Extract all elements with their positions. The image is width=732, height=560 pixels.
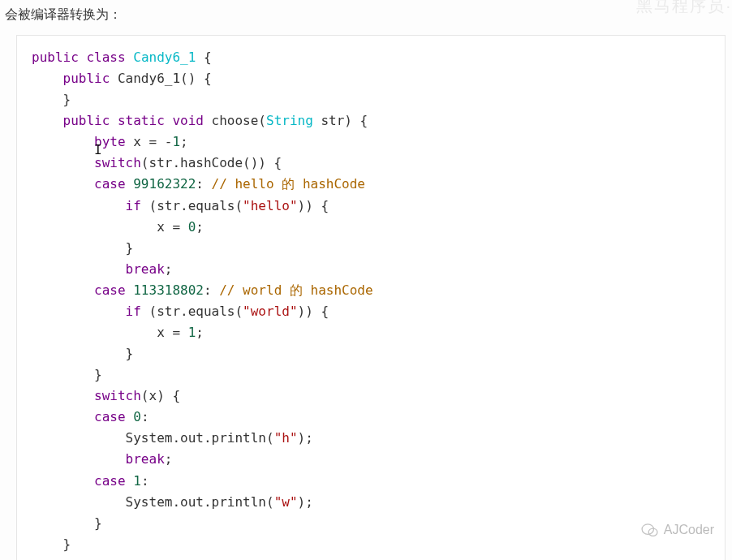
kw-case: case: [94, 409, 126, 424]
t: ;: [165, 261, 173, 277]
method-name: choose(: [204, 113, 266, 128]
num: 0: [133, 409, 141, 424]
num: 1: [188, 325, 196, 340]
class-name: Candy6_1: [133, 50, 196, 65]
kw-case: case: [94, 473, 126, 489]
t: [32, 282, 94, 298]
t: [32, 451, 126, 467]
t: [32, 409, 94, 424]
t: }: [32, 92, 71, 107]
num: 1: [133, 473, 141, 489]
kw-static: static: [118, 113, 165, 128]
t: :: [196, 176, 211, 192]
kw-case: case: [94, 176, 126, 192]
t: )) {: [298, 198, 329, 213]
num: 1: [172, 134, 180, 149]
t: System.out.println(: [32, 430, 274, 446]
t: [126, 282, 134, 298]
t: [32, 388, 94, 403]
t: System.out.println(: [32, 494, 274, 510]
kw-if: if: [126, 198, 141, 213]
kw-public: public: [32, 50, 79, 65]
t: )) {: [298, 304, 329, 319]
kw-byte: byte: [94, 134, 126, 149]
kw-case: case: [94, 282, 126, 298]
t: {: [196, 50, 211, 65]
t: [32, 176, 94, 192]
kw-break: break: [126, 451, 165, 467]
t: }: [32, 346, 133, 361]
kw-if: if: [126, 304, 141, 319]
kw-public: public: [63, 113, 110, 128]
num: 99162322: [133, 176, 196, 192]
num: 113318802: [133, 282, 204, 298]
string-literal: "hello": [243, 198, 297, 213]
kw-switch: switch: [94, 155, 141, 170]
kw-void: void: [172, 113, 204, 128]
t: [32, 473, 94, 489]
t: }: [32, 515, 102, 531]
t: :: [141, 409, 149, 424]
t: str) {: [313, 113, 368, 128]
t: [32, 261, 126, 277]
t: () {: [180, 71, 212, 86]
t: -: [165, 134, 173, 149]
t: :: [141, 473, 149, 489]
comment: // world 的 hashCode: [219, 282, 372, 298]
num: 0: [188, 219, 196, 235]
t: [32, 198, 126, 213]
code-block: public class Candy6_1 { public Candy6_1(…: [16, 35, 726, 560]
t: x =: [32, 325, 188, 340]
t: ;: [196, 325, 204, 340]
kw-class: class: [86, 50, 125, 65]
t: (str.hashCode()) {: [141, 155, 282, 170]
t: );: [298, 494, 313, 510]
t: (x) {: [141, 388, 180, 403]
t: }: [32, 536, 71, 552]
t: :: [204, 282, 219, 298]
t: );: [298, 430, 313, 446]
t: (str.equals(: [141, 304, 243, 319]
t: ;: [165, 451, 173, 467]
kw-public: public: [63, 71, 110, 86]
t: }: [32, 367, 102, 382]
constructor-name: Candy6_1: [118, 71, 180, 86]
kw-switch: switch: [94, 388, 141, 403]
string-literal: "h": [274, 430, 298, 446]
t: x =: [32, 219, 188, 235]
t: ;: [196, 219, 204, 235]
t: [32, 304, 126, 319]
intro-text: 会被编译器转换为：: [0, 0, 732, 35]
t: }: [32, 240, 133, 256]
string-literal: "world": [243, 304, 297, 319]
t: x =: [126, 134, 165, 149]
t: ;: [180, 134, 188, 149]
t: [32, 134, 94, 149]
t: (str.equals(: [141, 198, 243, 213]
string-literal: "w": [274, 494, 298, 510]
t: [126, 176, 134, 192]
t: [126, 473, 134, 489]
t: [32, 155, 94, 170]
t: [126, 409, 134, 424]
comment: // hello 的 hashCode: [212, 176, 365, 192]
kw-break: break: [126, 261, 165, 277]
type-string: String: [266, 113, 313, 128]
